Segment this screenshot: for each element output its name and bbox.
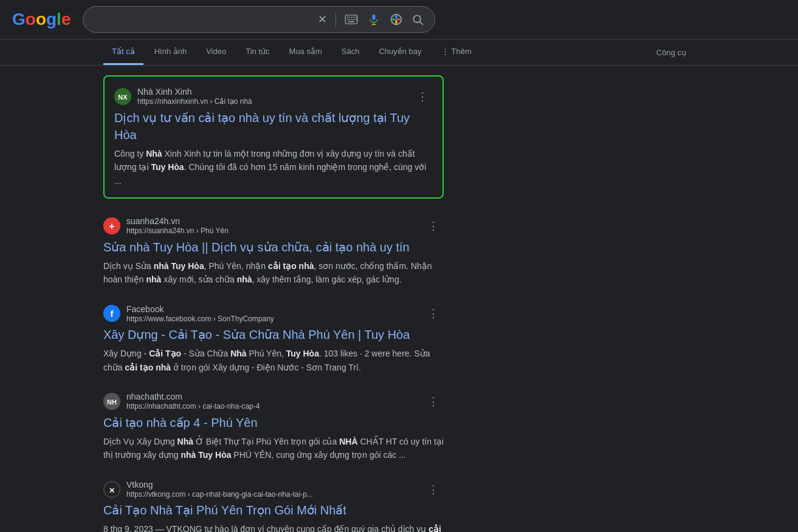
svg-rect-8 [351,19,353,20]
site-name-2: suanha24h.vn [126,216,229,227]
site-url-4: https://nhachatht.com › cai-tao-nha-cap-… [126,402,260,412]
svg-rect-2 [349,17,351,18]
tab-video[interactable]: Video [198,39,235,65]
site-meta-1: Nhà Xinh Xinh https://nhaxinhxinh.vn › C… [137,86,252,107]
search-submit-button[interactable] [410,12,425,27]
favicon-2: + [103,217,120,234]
svg-line-17 [420,22,423,25]
site-url-1: https://nhaxinhxinh.vn › Cải tạo nhà [137,97,252,107]
site-name-1: Nhà Xinh Xinh [137,86,252,97]
search-input[interactable]: cải tạo nhà tuy hòa [93,14,311,25]
keyboard-icon [345,15,358,24]
clear-search-button[interactable]: ✕ [317,12,328,27]
lens-icon [390,13,403,26]
result-title-3[interactable]: Xây Dựng - Cải Tạo - Sửa Chữa Nhà Phú Yê… [103,326,444,343]
tab-all[interactable]: Tất cả [103,39,143,65]
result-desc-4: Dịch Vụ Xây Dựng Nhà Ở Biệt Thự Tại Phú … [103,435,444,462]
site-info-1: NX Nhà Xinh Xinh https://nhaxinhxinh.vn … [114,86,433,107]
tab-news[interactable]: Tin tức [237,39,278,65]
tab-books[interactable]: Sách [333,39,368,65]
result-title-5[interactable]: Cải Tạo Nhà Tại Phú Yên Trọn Gói Mới Nhấ… [103,502,444,519]
svg-text:✕: ✕ [109,486,115,494]
site-info-2: + suanha24h.vn https://suanha24h.vn › Ph… [103,216,444,236]
svg-text:+: + [109,221,114,231]
search-bar[interactable]: cải tạo nhà tuy hòa ✕ [83,6,435,33]
result-menu-1[interactable]: ⋮ [412,87,433,106]
microphone-icon [368,13,380,26]
search-tabs: Tất cả Hình ảnh Video Tin tức Mua sắm Sá… [0,39,798,66]
result-menu-5[interactable]: ⋮ [423,480,444,499]
site-meta-4: nhachatht.com https://nhachatht.com › ca… [126,391,260,412]
svg-rect-11 [348,21,355,22]
favicon-4: NH [103,393,120,410]
svg-text:NX: NX [118,94,128,101]
result-menu-4[interactable]: ⋮ [423,392,444,411]
svg-rect-10 [356,19,357,20]
site-name-5: Vtkong [126,479,313,490]
more-dots-icon: ⋮ [441,47,449,56]
header: Google cải tạo nhà tuy hòa ✕ [0,0,798,39]
search-results: NX Nhà Xinh Xinh https://nhaxinhxinh.vn … [0,66,547,532]
result-desc-5: 8 thg 9, 2023 — VTKONG tự hào là đơn vị … [103,522,444,532]
site-name-3: Facebook [126,304,274,315]
search-result-5: ✕ Vtkong https://vtkong.com › cap-nhat-b… [103,479,444,532]
search-result-3: f Facebook https://www.facebook.com › So… [103,304,444,375]
result-menu-3[interactable]: ⋮ [423,304,444,322]
site-url-3: https://www.facebook.com › SonThyCompany [126,315,274,324]
search-result-4: NH nhachatht.com https://nhachatht.com ›… [103,391,444,462]
google-logo: Google [12,10,71,29]
result-title-1[interactable]: Dịch vụ tư vấn cải tạo nhà uy tín và chấ… [114,109,433,143]
search-result-2: + suanha24h.vn https://suanha24h.vn › Ph… [103,216,444,287]
svg-rect-5 [356,17,357,18]
site-url-5: https://vtkong.com › cap-nhat-bang-gia-c… [126,490,313,500]
svg-rect-6 [347,19,348,20]
favicon-1: NX [114,88,131,105]
site-info-5: ✕ Vtkong https://vtkong.com › cap-nhat-b… [103,479,444,500]
svg-rect-9 [354,19,355,20]
tab-shopping[interactable]: Mua sắm [281,39,331,65]
result-desc-3: Xây Dựng - Cải Tạo - Sửa Chữa Nhà Phú Yê… [103,347,444,374]
search-result-1: NX Nhà Xinh Xinh https://nhaxinhxinh.vn … [103,75,444,199]
svg-rect-4 [354,17,355,18]
tab-more[interactable]: ⋮ Thêm [433,39,480,65]
svg-rect-3 [351,17,353,18]
result-title-2[interactable]: Sửa nhà Tuy Hòa || Dịch vụ sửa chữa, cải… [103,239,444,256]
site-info-4: NH nhachatht.com https://nhachatht.com ›… [103,391,444,412]
site-name-4: nhachatht.com [126,391,260,402]
keyboard-button[interactable] [343,13,359,26]
svg-rect-1 [347,17,348,18]
svg-rect-12 [373,15,376,20]
tab-flights[interactable]: Chuyến bay [370,39,430,65]
favicon-3: f [103,305,120,322]
lens-button[interactable] [388,12,404,27]
result-title-4[interactable]: Cải tạo nhà cấp 4 - Phú Yên [103,414,444,431]
tools-tab[interactable]: Công cụ [648,41,695,64]
voice-search-button[interactable] [366,12,381,27]
search-divider [335,12,336,27]
result-desc-2: Dịch vụ Sửa nhà Tuy Hòa, Phú Yên, nhận c… [103,259,444,287]
svg-text:NH: NH [107,398,117,406]
favicon-5: ✕ [103,481,120,498]
site-meta-2: suanha24h.vn https://suanha24h.vn › Phú … [126,216,229,236]
tab-images[interactable]: Hình ảnh [146,39,196,65]
site-url-2: https://suanha24h.vn › Phú Yên [126,227,229,236]
site-info-3: f Facebook https://www.facebook.com › So… [103,304,444,324]
site-meta-5: Vtkong https://vtkong.com › cap-nhat-ban… [126,479,313,500]
result-desc-1: Công ty Nhà Xinh Xinh tự tin là một tron… [114,147,433,188]
search-icon [411,13,424,26]
search-icons: ✕ [317,12,404,27]
site-meta-3: Facebook https://www.facebook.com › SonT… [126,304,274,324]
svg-rect-7 [349,19,351,20]
result-menu-2[interactable]: ⋮ [423,217,444,235]
